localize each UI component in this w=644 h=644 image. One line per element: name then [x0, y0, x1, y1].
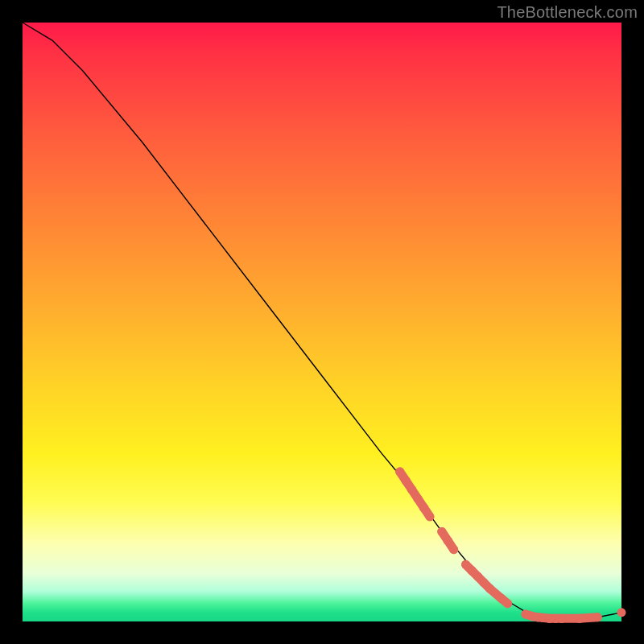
marker-dot — [557, 614, 566, 623]
marker-dot — [395, 468, 404, 477]
marker-dot — [419, 503, 428, 512]
marker-dot — [444, 536, 452, 545]
bottleneck-curve-line — [23, 23, 621, 618]
watermark-text: TheBottleneck.com — [497, 3, 638, 22]
marker-dot — [485, 584, 494, 593]
marker-dot — [425, 512, 434, 521]
marker-dot — [407, 485, 416, 494]
highlighted-markers-group — [395, 468, 625, 623]
marker-dot — [449, 545, 458, 554]
chart-overlay — [23, 23, 621, 621]
marker-dot — [414, 494, 423, 503]
marker-dot — [593, 613, 602, 621]
marker-dot — [402, 477, 411, 485]
marker-dot — [617, 608, 626, 617]
marker-dot — [575, 614, 584, 623]
marker-dot — [503, 599, 512, 608]
marker-dot — [437, 527, 446, 536]
